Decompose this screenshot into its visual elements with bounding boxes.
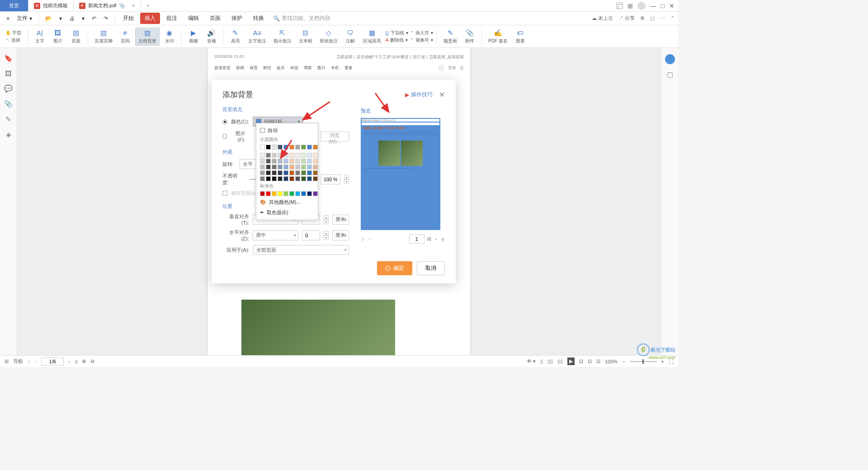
- color-cell[interactable]: [301, 191, 306, 196]
- share-button[interactable]: ↗ 分享: [618, 15, 635, 22]
- color-cell[interactable]: [295, 191, 300, 196]
- tab-template[interactable]: D 找稻壳模板: [28, 0, 74, 11]
- color-cell[interactable]: [266, 191, 271, 196]
- color-cell[interactable]: [260, 145, 265, 150]
- color-cell[interactable]: [313, 164, 318, 169]
- color-cell[interactable]: [266, 153, 271, 158]
- color-cell[interactable]: [301, 153, 306, 158]
- first-icon[interactable]: |‹: [28, 359, 31, 364]
- ribbon-textannot[interactable]: A≡文字批注: [245, 28, 269, 45]
- maximize-icon[interactable]: □: [661, 2, 665, 9]
- print-icon[interactable]: 🖨: [66, 14, 77, 24]
- first-page-icon[interactable]: |‹: [361, 236, 366, 242]
- color-cell[interactable]: [307, 159, 312, 164]
- ribbon-audio[interactable]: 🔊音频: [203, 28, 220, 45]
- color-cell[interactable]: [307, 176, 312, 181]
- color-cell[interactable]: [278, 176, 283, 181]
- actual-size-icon[interactable]: ⊡: [596, 358, 600, 364]
- select-tool[interactable]: ↖ 选择: [5, 37, 20, 43]
- tab-home[interactable]: 首页: [0, 0, 28, 11]
- nav-label[interactable]: 导航: [13, 358, 23, 365]
- color-cell[interactable]: [283, 164, 288, 169]
- color-cell[interactable]: [313, 153, 318, 158]
- halign-offset[interactable]: [302, 230, 320, 240]
- prev-page-icon[interactable]: ‹: [368, 236, 372, 242]
- view-cont-icon[interactable]: ▯▯: [547, 358, 553, 364]
- menu-protect[interactable]: 保护: [227, 13, 247, 24]
- color-cell[interactable]: [266, 176, 271, 181]
- zoom-out-icon[interactable]: ⊖: [90, 358, 94, 364]
- color-cell[interactable]: [301, 176, 306, 181]
- color-cell[interactable]: [313, 170, 318, 175]
- tab-document[interactable]: P 新闻文档.pdf 📎 ✕: [74, 0, 141, 11]
- tips-link[interactable]: ▶操作技巧: [405, 91, 433, 99]
- sidebar-toggle-icon[interactable]: ⊟: [5, 358, 9, 364]
- panel-icon[interactable]: ▢: [667, 70, 673, 79]
- color-cell[interactable]: [272, 145, 277, 150]
- avatar-icon[interactable]: [637, 2, 646, 10]
- next-icon[interactable]: ›: [68, 359, 70, 364]
- color-cell[interactable]: [283, 145, 288, 150]
- ribbon-areahighlight[interactable]: ▦区域高亮: [360, 28, 384, 45]
- page-number-input[interactable]: [41, 357, 64, 366]
- assistant-icon[interactable]: [665, 54, 675, 64]
- color-cell[interactable]: [301, 145, 306, 150]
- ribbon-note[interactable]: 🗨注解: [342, 28, 359, 45]
- auto-color-row[interactable]: 自动: [258, 125, 316, 136]
- color-cell[interactable]: [272, 164, 277, 169]
- ribbon-highlight[interactable]: ✎高亮: [227, 28, 244, 45]
- more-colors-row[interactable]: 🎨 其他颜色(M)...: [258, 197, 316, 207]
- color-cell[interactable]: [289, 159, 294, 164]
- color-cell[interactable]: [283, 176, 288, 181]
- last-icon[interactable]: ›|: [75, 359, 78, 364]
- view-double-icon[interactable]: ▯▯: [557, 358, 563, 364]
- replacesym-tool[interactable]: ⌃ 替换符 ▾: [410, 37, 433, 43]
- prev-icon[interactable]: ‹: [35, 359, 37, 364]
- color-cell[interactable]: [278, 191, 283, 196]
- eye-icon[interactable]: 👁 ▾: [527, 358, 536, 364]
- layout-icon[interactable]: ⿸: [617, 2, 623, 9]
- menu-annotate[interactable]: 批注: [162, 13, 182, 24]
- tab-pin-icon[interactable]: 📎: [119, 3, 125, 9]
- color-cell[interactable]: [278, 170, 283, 175]
- color-cell[interactable]: [313, 176, 318, 181]
- color-cell[interactable]: [260, 170, 265, 175]
- thumbnail-icon[interactable]: 🖼: [5, 70, 12, 77]
- ribbon-docbg[interactable]: ▨文档背景: [135, 28, 160, 46]
- ok-button[interactable]: ✓确定: [377, 261, 412, 275]
- color-cell[interactable]: [272, 153, 277, 158]
- valign-spinner[interactable]: ▴▾: [324, 215, 329, 224]
- color-cell[interactable]: [260, 159, 265, 164]
- redo-icon[interactable]: ↷: [101, 14, 111, 24]
- cancel-button[interactable]: 取消: [417, 261, 445, 275]
- window-icon[interactable]: ▢: [650, 15, 655, 21]
- insertsym-tool[interactable]: ⌃ 插入符 ▾: [410, 30, 433, 36]
- signature-icon[interactable]: ✎: [5, 115, 11, 123]
- ribbon-pointannot[interactable]: ⇱指示批注: [271, 28, 294, 45]
- color-cell[interactable]: [289, 176, 294, 181]
- color-cell[interactable]: [283, 170, 288, 175]
- halign-spinner[interactable]: ▴▾: [324, 231, 329, 240]
- relative-checkbox[interactable]: [222, 191, 227, 196]
- color-cell[interactable]: [260, 191, 265, 196]
- color-cell[interactable]: [283, 153, 288, 158]
- color-cell[interactable]: [278, 145, 283, 150]
- ribbon-header[interactable]: ▤页眉页脚: [92, 28, 115, 45]
- halign-select[interactable]: 居中: [253, 230, 298, 240]
- ribbon-shapeannot[interactable]: ◇形状批注: [317, 28, 340, 45]
- view-single-icon[interactable]: ▯: [540, 358, 543, 364]
- color-cell[interactable]: [260, 153, 265, 158]
- color-cell[interactable]: [313, 191, 318, 196]
- apply-select[interactable]: 全部页面: [253, 245, 349, 255]
- color-cell[interactable]: [272, 176, 277, 181]
- opacity-value[interactable]: [321, 174, 340, 184]
- color-cell[interactable]: [272, 159, 277, 164]
- ribbon-stamp[interactable]: 🏷图章: [512, 28, 528, 45]
- grid-icon[interactable]: ⊞: [627, 2, 633, 9]
- color-cell[interactable]: [289, 170, 294, 175]
- color-cell[interactable]: [260, 164, 265, 169]
- new-tab-button[interactable]: +: [141, 0, 155, 11]
- layers-icon[interactable]: ◈: [6, 131, 11, 139]
- color-cell[interactable]: [283, 191, 288, 196]
- ribbon-watermark[interactable]: ◉水印: [161, 28, 178, 45]
